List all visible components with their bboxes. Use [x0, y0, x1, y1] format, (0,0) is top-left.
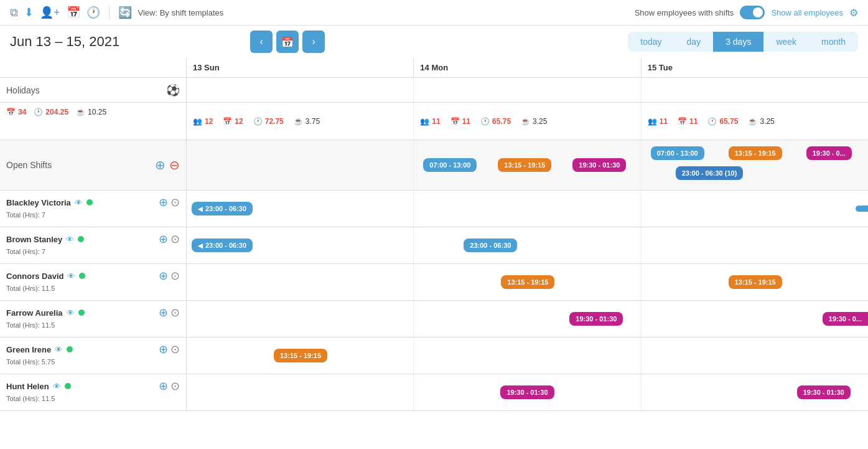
emp-connors-eye[interactable]: 👁	[67, 272, 75, 281]
connors-shift-15[interactable]: 13:15 - 19:15	[729, 275, 782, 289]
date-range: Jun 13 – 15, 2021	[10, 34, 119, 50]
stat-cal-icon: 📅	[6, 108, 16, 116]
cal-icon-15: 📅	[678, 117, 687, 126]
view-week-button[interactable]: week	[763, 32, 809, 52]
open-shifts-remove-icon[interactable]: ⊖	[169, 158, 180, 173]
farrow-shift-14[interactable]: 19:30 - 01:30	[569, 312, 623, 326]
emp-farrow-header: Farrow Aurelia 👁 ⊕ ⊙	[6, 306, 180, 319]
clock-icon-15: 🕐	[707, 117, 717, 126]
open-shifts-right: 07:00 - 13:00 13:15 - 19:15 19:30 - 01:3…	[187, 140, 868, 190]
holidays-row: Holidays ⚽	[0, 78, 868, 103]
stat-hours2: 10.25	[88, 108, 106, 116]
emp-hunt-day14: 19:30 - 01:30	[414, 374, 641, 410]
emp-farrow-day13	[187, 301, 414, 337]
stat-calendar: 📅 34	[6, 108, 26, 116]
emp-blackley-day15	[642, 191, 868, 227]
stat-clock: 🕐 204.25	[34, 108, 68, 116]
clock-icon[interactable]: 🕐	[86, 6, 100, 19]
copy-icon[interactable]: ⧉	[10, 6, 18, 19]
emp-green-header: Green Irene 👁 ⊕ ⊙	[6, 343, 180, 356]
d15-people: 👥 11	[648, 117, 668, 126]
emp-farrow-add[interactable]: ⊕	[159, 306, 168, 319]
blackley-shift-15[interactable]	[856, 206, 868, 212]
emp-hunt-day15: 19:30 - 01:30	[642, 374, 868, 410]
emp-brown-add[interactable]: ⊕	[159, 232, 168, 246]
calendar-scroll[interactable]: 13 Sun 14 Mon 15 Tue Holidays ⚽ 📅 34 🕐	[0, 58, 868, 411]
people-icon-15: 👥	[648, 117, 657, 126]
emp-green-total: Total (Hrs): 5.75	[6, 358, 180, 366]
emp-brown-name: Brown Stanley	[6, 235, 62, 244]
view-3days-button[interactable]: 3 days	[713, 32, 763, 52]
emp-brown-clock[interactable]: ⊙	[170, 232, 180, 246]
emp-hunt-add[interactable]: ⊕	[159, 379, 168, 393]
settings-icon[interactable]: ⚙	[849, 7, 858, 19]
blackley-shift-13[interactable]: 23:00 - 06:30	[192, 202, 253, 215]
stats-day15: 👥 11 📅 11 🕐 65.75 ☕ 3.25	[642, 103, 868, 139]
emp-blackley-status	[86, 199, 93, 206]
stats-day13: 👥 12 📅 12 🕐 72.75 ☕ 3.75	[187, 103, 414, 139]
show-all-link[interactable]: Show all employees	[771, 8, 843, 17]
emp-farrow-right: 19:30 - 01:30 19:30 - 0...	[187, 301, 868, 337]
open-shift-15-4[interactable]: 23:00 - 06:30 (10)	[676, 166, 744, 180]
emp-brown-header: Brown Stanley 👁 ⊕ ⊙	[6, 232, 180, 246]
emp-green-add[interactable]: ⊕	[159, 343, 168, 356]
add-person-icon[interactable]: 👤+	[40, 6, 60, 19]
holidays-row-right	[187, 78, 868, 102]
green-shift-13[interactable]: 13:15 - 19:15	[274, 349, 327, 362]
emp-green-clock[interactable]: ⊙	[170, 343, 180, 356]
emp-blackley-clock[interactable]: ⊙	[170, 196, 180, 209]
stats-left: 📅 34 🕐 204.25 ☕ 10.25	[0, 103, 187, 139]
emp-hunt-eye[interactable]: 👁	[53, 382, 61, 391]
prev-button[interactable]: ‹	[250, 31, 273, 53]
open-shifts-add-icon[interactable]: ⊕	[155, 158, 166, 173]
calendar-icon[interactable]: 📅	[67, 6, 80, 19]
open-shifts-row: Open Shifts ⊕ ⊖ 07:00 - 13:00 13:15 - 19…	[0, 140, 868, 191]
stat-count: 34	[18, 108, 26, 116]
view-month-button[interactable]: month	[809, 32, 858, 52]
hunt-shift-14[interactable]: 19:30 - 01:30	[500, 385, 554, 399]
emp-farrow-eye[interactable]: 👁	[67, 308, 75, 318]
refresh-icon[interactable]: 🔄	[118, 6, 132, 19]
open-shift-14-3[interactable]: 19:30 - 01:30	[572, 158, 626, 172]
emp-blackley-eye[interactable]: 👁	[75, 198, 83, 207]
show-employees-toggle[interactable]	[740, 6, 765, 19]
coffee-icon-14: ☕	[521, 117, 530, 126]
holidays-day14	[414, 78, 641, 102]
emp-connors-add[interactable]: ⊕	[159, 269, 168, 283]
download-icon[interactable]: ⬇	[24, 6, 34, 19]
open-shift-14-2[interactable]: 13:15 - 19:15	[498, 158, 551, 172]
emp-blackley-header: Blackley Victoria 👁 ⊕ ⊙	[6, 196, 180, 209]
d14-people: 👥 11	[420, 117, 440, 126]
open-shift-15-1[interactable]: 07:00 - 13:00	[651, 146, 704, 160]
view-today-button[interactable]: today	[628, 32, 674, 52]
hunt-shift-15[interactable]: 19:30 - 01:30	[797, 385, 851, 399]
emp-blackley-left: Blackley Victoria 👁 ⊕ ⊙ Total (Hrs): 7	[0, 191, 187, 227]
d13-clock: 🕐 72.75	[253, 117, 284, 126]
emp-green-day14	[414, 338, 641, 374]
brown-shift-14[interactable]: 23:00 - 06:30	[464, 239, 517, 252]
holidays-day13	[187, 78, 414, 102]
farrow-shift-15[interactable]: 19:30 - 0...	[823, 312, 868, 326]
brown-shift-13[interactable]: 23:00 - 06:30	[192, 239, 253, 252]
emp-farrow-name: Farrow Aurelia	[6, 308, 63, 318]
open-shift-15-3[interactable]: 19:30 - 0...	[806, 146, 852, 160]
toolbar-right: Show employees with shifts Show all empl…	[635, 6, 858, 19]
open-shift-14-1[interactable]: 07:00 - 13:00	[423, 158, 477, 172]
emp-connors-day13	[187, 264, 414, 300]
calendar-picker-button[interactable]: 📅	[276, 31, 299, 53]
connors-shift-14[interactable]: 13:15 - 19:15	[501, 275, 554, 289]
emp-connors-day15: 13:15 - 19:15	[642, 264, 868, 300]
open-shift-15-2[interactable]: 13:15 - 19:15	[729, 146, 782, 160]
next-button[interactable]: ›	[302, 31, 325, 53]
emp-blackley-add[interactable]: ⊕	[159, 196, 168, 209]
d13-coffee: ☕ 3.75	[294, 117, 320, 126]
emp-farrow-clock[interactable]: ⊙	[170, 306, 180, 319]
emp-hunt-clock[interactable]: ⊙	[170, 379, 180, 393]
emp-blackley-name: Blackley Victoria	[6, 198, 71, 207]
emp-green-eye[interactable]: 👁	[55, 345, 63, 354]
view-day-button[interactable]: day	[674, 32, 714, 52]
toolbar-icons: ⧉ ⬇ 👤+ 📅 🕐 🔄 View: By shift templates	[10, 5, 223, 20]
emp-green-day13: 13:15 - 19:15	[187, 338, 414, 374]
emp-connors-clock[interactable]: ⊙	[170, 269, 180, 283]
emp-brown-eye[interactable]: 👁	[66, 235, 74, 244]
